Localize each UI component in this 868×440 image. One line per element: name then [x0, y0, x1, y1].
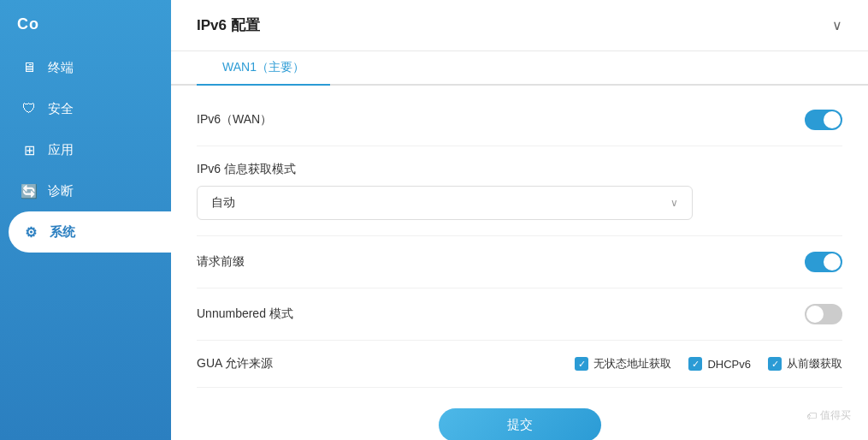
form-content: IPv6（WAN） IPv6 信息获取模式 自动 ∨ 请求前缀 Unnu: [171, 86, 868, 440]
sidebar-label-terminal: 终端: [48, 60, 74, 76]
sidebar-item-diagnose[interactable]: 🔄 诊断: [0, 170, 171, 211]
form-row-ipv6-mode: IPv6 信息获取模式 自动 ∨: [197, 146, 842, 236]
label-gua: GUA 允许来源: [197, 356, 575, 372]
checkbox-stateless[interactable]: ✓ 无状态地址获取: [575, 356, 671, 372]
control-gua: ✓ 无状态地址获取 ✓ DHCPv6 ✓ 从前缀获取: [575, 356, 842, 372]
form-row-ipv6-wan: IPv6（WAN）: [197, 94, 842, 146]
sidebar-item-terminal[interactable]: 🖥 终端: [0, 47, 171, 88]
toggle-request-prefix[interactable]: [805, 252, 842, 272]
control-unnumbered: [805, 304, 842, 324]
form-row-request-prefix: 请求前缀: [197, 236, 842, 288]
toggle-unnumbered[interactable]: [805, 304, 842, 324]
control-ipv6-wan: [805, 110, 842, 130]
sidebar-label-diagnose: 诊断: [48, 183, 74, 199]
sidebar-label-system: 系统: [50, 224, 75, 241]
control-request-prefix: [805, 252, 842, 272]
tab-bar: WAN1（主要）: [171, 51, 868, 86]
tab-wan1[interactable]: WAN1（主要）: [197, 51, 330, 84]
checkbox-stateless-label: 无状态地址获取: [593, 356, 671, 372]
diagnose-icon: 🔄: [21, 182, 38, 199]
collapse-icon[interactable]: ∨: [832, 17, 842, 33]
section-title: IPv6 配置: [197, 15, 260, 35]
select-wrapper-ipv6-mode: 自动 ∨: [197, 186, 693, 220]
watermark: 🏷 值得买: [806, 408, 851, 423]
sidebar: Co 🖥 终端 🛡 安全 ⊞ 应用 🔄 诊断 ⚙ 系统: [0, 0, 171, 440]
submit-area: 提交: [197, 388, 842, 440]
sidebar-label-application: 应用: [48, 142, 74, 158]
checkbox-dhcpv6-label: DHCPv6: [707, 358, 751, 371]
sidebar-label-security: 安全: [48, 101, 74, 117]
chevron-down-icon: ∨: [670, 197, 678, 209]
watermark-icon: 🏷: [806, 410, 817, 422]
sidebar-item-security[interactable]: 🛡 安全: [0, 88, 171, 129]
main-content: IPv6 配置 ∨ WAN1（主要） IPv6（WAN） IPv6 信息获取模式…: [171, 0, 868, 440]
checkbox-stateless-box: ✓: [575, 357, 588, 371]
sidebar-item-system[interactable]: ⚙ 系统: [9, 211, 171, 253]
form-row-unnumbered: Unnumbered 模式: [197, 288, 842, 341]
system-icon: ⚙: [22, 223, 39, 241]
security-icon: 🛡: [21, 100, 38, 117]
label-ipv6-mode: IPv6 信息获取模式: [197, 162, 296, 177]
form-row-gua: GUA 允许来源 ✓ 无状态地址获取 ✓ DHCPv6 ✓ 从前缀获取: [197, 341, 842, 388]
label-ipv6-wan: IPv6（WAN）: [197, 112, 805, 128]
toggle-ipv6-wan[interactable]: [805, 110, 842, 130]
section-header: IPv6 配置 ∨: [171, 0, 868, 51]
application-icon: ⊞: [21, 141, 38, 158]
label-unnumbered: Unnumbered 模式: [197, 306, 805, 322]
watermark-text: 值得买: [820, 408, 851, 423]
select-ipv6-mode[interactable]: 自动 ∨: [197, 186, 693, 220]
checkbox-dhcpv6[interactable]: ✓ DHCPv6: [688, 357, 751, 371]
terminal-icon: 🖥: [21, 59, 38, 76]
checkbox-prefix[interactable]: ✓ 从前缀获取: [768, 356, 842, 372]
checkbox-dhcpv6-box: ✓: [688, 357, 702, 371]
checkbox-prefix-label: 从前缀获取: [787, 356, 842, 372]
checkbox-prefix-box: ✓: [768, 357, 782, 371]
sidebar-item-application[interactable]: ⊞ 应用: [0, 129, 171, 170]
brand-logo: Co: [0, 9, 171, 47]
select-value-ipv6-mode: 自动: [211, 195, 235, 211]
submit-button[interactable]: 提交: [439, 408, 601, 440]
label-request-prefix: 请求前缀: [197, 254, 805, 270]
